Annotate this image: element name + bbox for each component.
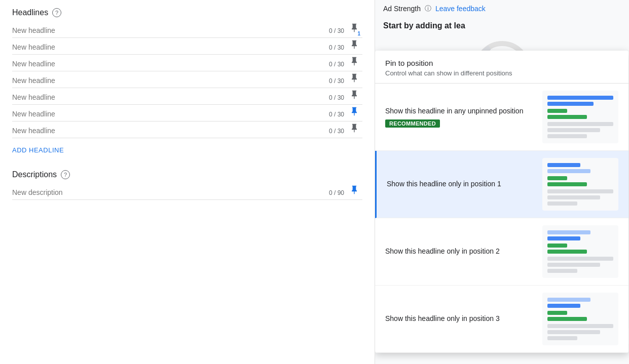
headline-pin-button-5[interactable] (348, 105, 360, 119)
headline-row-2: 0 / 30 (12, 55, 362, 71)
dropdown-item-any-text: Show this headline in any unpinned posit… (385, 106, 534, 128)
descriptions-help-icon[interactable]: ? (61, 170, 70, 179)
headlines-section-header: Headlines ? (12, 0, 362, 21)
descriptions-section-header: Descriptions ? (12, 162, 362, 183)
headline-char-count-0: 0 / 30 (329, 27, 344, 34)
dropdown-item-any[interactable]: Show this headline in any unpinned posit… (375, 84, 628, 151)
headline-row-3: 0 / 30 (12, 71, 362, 88)
pin-to-position-dropdown: Pin to position Control what can show in… (375, 51, 628, 353)
headline-char-count-2: 0 / 30 (329, 61, 344, 68)
headlines-title: Headlines (12, 8, 48, 17)
dropdown-item-pos3-thumb (542, 293, 618, 345)
headline-input-2[interactable] (12, 59, 362, 69)
left-panel: Headlines ? 10 / 300 / 300 / 300 / 300 /… (0, 0, 375, 364)
headline-pin-button-1[interactable] (348, 38, 360, 52)
description-pin-button-0[interactable] (348, 184, 360, 197)
description-char-count-0: 0 / 90 (329, 189, 344, 196)
headline-row-1: 0 / 30 (12, 38, 362, 55)
headline-input-0[interactable] (12, 25, 362, 35)
dropdown-header: Pin to position Control what can show in… (375, 51, 628, 84)
headline-row-5: 0 / 30 (12, 105, 362, 122)
dropdown-item-any-thumb (542, 91, 618, 143)
headline-char-count-5: 0 / 30 (329, 111, 344, 118)
ad-strength-label: Ad Strength (383, 5, 421, 13)
dropdown-item-pos1-text: Show this headline only in position 1 (387, 179, 534, 189)
descriptions-title: Descriptions (12, 170, 57, 179)
add-headline-button[interactable]: ADD HEADLINE (12, 146, 64, 154)
description-input-0[interactable] (12, 187, 362, 197)
dropdown-item-pos1[interactable]: Show this headline only in position 1 (375, 151, 628, 218)
headline-pin-button-6[interactable] (348, 122, 360, 136)
headline-char-count-3: 0 / 30 (329, 77, 344, 85)
dropdown-subtitle: Control what can show in different posit… (385, 69, 618, 77)
recommended-badge: RECOMMENDED (385, 119, 440, 128)
dropdown-item-pos2-label: Show this headline only in position 2 (385, 247, 534, 257)
headline-char-count-6: 0 / 30 (329, 128, 344, 135)
dropdown-item-any-label: Show this headline in any unpinned posit… (385, 106, 534, 116)
help-icon-ad-strength: ⓘ (425, 4, 431, 13)
headlines-help-icon[interactable]: ? (52, 8, 61, 17)
headline-input-4[interactable] (12, 92, 362, 102)
headline-pin-button-3[interactable] (348, 72, 360, 86)
headlines-container: 10 / 300 / 300 / 300 / 300 / 300 / 300 /… (12, 21, 362, 138)
right-panel: Ad Strength ⓘ Leave feedback Start by ad… (375, 0, 629, 364)
dropdown-item-pos3-label: Show this headline only in position 3 (385, 314, 534, 324)
headline-pin-button-4[interactable] (348, 89, 360, 102)
headline-input-5[interactable] (12, 109, 362, 119)
dropdown-item-pos2[interactable]: Show this headline only in position 2 (375, 218, 628, 286)
headline-input-1[interactable] (12, 42, 362, 52)
headline-row-0: 10 / 30 (12, 21, 362, 38)
dropdown-title: Pin to position (385, 59, 618, 67)
start-adding-text: Start by adding at lea (375, 17, 629, 34)
dropdown-item-pos2-text: Show this headline only in position 2 (385, 247, 534, 257)
headline-row-4: 0 / 30 (12, 88, 362, 105)
dropdown-item-pos2-thumb (542, 225, 618, 278)
leave-feedback-link[interactable]: Leave feedback (435, 5, 486, 13)
dropdown-item-pos1-thumb (542, 158, 618, 211)
headline-pin-button-0[interactable] (348, 22, 360, 35)
dropdown-item-pos1-label: Show this headline only in position 1 (387, 179, 534, 189)
headline-pin-button-2[interactable] (348, 55, 360, 69)
headline-input-6[interactable] (12, 126, 362, 136)
dropdown-item-pos3[interactable]: Show this headline only in position 3 (375, 286, 628, 353)
right-top-bar: Ad Strength ⓘ Leave feedback (375, 0, 629, 17)
dropdown-item-pos3-text: Show this headline only in position 3 (385, 314, 534, 324)
headline-input-3[interactable] (12, 75, 362, 86)
headline-char-count-4: 0 / 30 (329, 94, 344, 101)
headline-row-6: 0 / 30 (12, 122, 362, 138)
description-row-0: 0 / 90 (12, 183, 362, 200)
headline-char-count-1: 0 / 30 (329, 44, 344, 51)
